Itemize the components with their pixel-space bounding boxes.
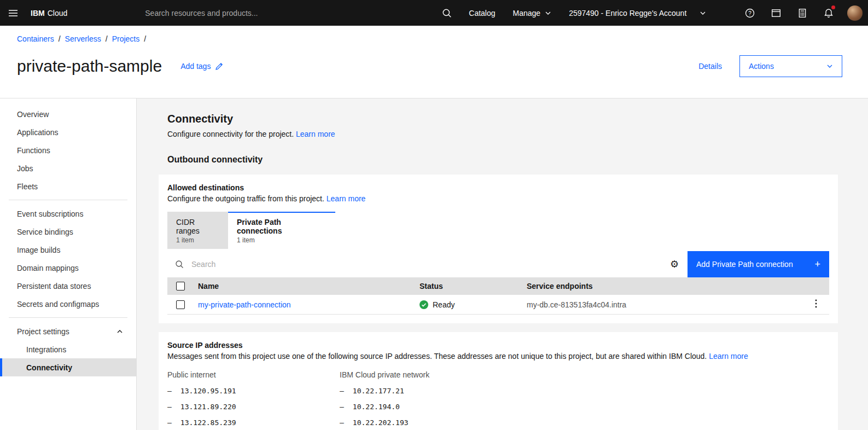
sidebar-item-applications[interactable]: Applications — [0, 123, 136, 141]
table-search — [167, 251, 661, 277]
ip-value: 13.122.85.239 — [180, 419, 236, 427]
chevron-down-icon — [826, 63, 833, 69]
actions-label: Actions — [749, 62, 774, 71]
sidebar-item-connectivity[interactable]: Connectivity — [0, 358, 136, 376]
tab-private-path-connections[interactable]: Private Path connections 1 item — [228, 212, 335, 249]
breadcrumb-link-serverless[interactable]: Serverless — [65, 34, 101, 43]
sidebar-item-image-builds[interactable]: Image builds — [0, 241, 136, 259]
learn-more-link[interactable]: Learn more — [327, 194, 366, 203]
breadcrumb-link-containers[interactable]: Containers — [17, 34, 54, 43]
destination-tabs: CIDR ranges 1 item Private Path connecti… — [167, 212, 829, 249]
feedback-window-icon — [771, 8, 781, 18]
header-actions: Details Actions — [698, 55, 842, 77]
card-description: Messages sent from this project use one … — [167, 352, 829, 361]
sidebar-item-jobs[interactable]: Jobs — [0, 159, 136, 177]
table-search-input[interactable] — [190, 259, 661, 269]
column-header-endpoints: Service endpoints — [522, 282, 803, 290]
ip-dash: – — [167, 387, 172, 395]
column-header-name: Name — [194, 282, 415, 290]
source-ip-addresses-card: Source IP addresses Messages sent from t… — [159, 332, 838, 430]
table-settings-button[interactable]: ⚙ — [661, 251, 688, 277]
hamburger-menu-button[interactable] — [0, 0, 26, 26]
ip-row: –10.22.202.193 — [340, 419, 512, 427]
breadcrumb-separator: / — [59, 34, 61, 43]
ip-row: –10.22.177.21 — [340, 387, 512, 395]
table-row: my-private-path-connection Ready my-db.c… — [167, 295, 829, 315]
breadcrumb-separator: / — [144, 34, 146, 43]
main-content: Connectivity Configure connectivity for … — [137, 98, 868, 430]
sidebar-divider — [9, 200, 127, 200]
feedback-button[interactable] — [763, 0, 789, 26]
account-menu[interactable]: 2597490 - Enrico Regge's Account — [560, 0, 715, 26]
card-title: Allowed destinations — [167, 183, 829, 192]
overflow-menu-icon — [815, 299, 817, 308]
sidebar-item-overview[interactable]: Overview — [0, 105, 136, 123]
breadcrumb-link-projects[interactable]: Projects — [112, 34, 140, 43]
cost-estimator-button[interactable] — [789, 0, 815, 26]
manage-menu[interactable]: Manage — [504, 0, 561, 26]
tab-count: 1 item — [176, 237, 219, 244]
gear-icon: ⚙ — [670, 258, 679, 270]
select-all-checkbox[interactable] — [176, 282, 185, 290]
row-overflow-menu-button[interactable] — [809, 296, 823, 313]
ip-dash: – — [340, 387, 344, 395]
sidebar: Overview Applications Functions Jobs Fle… — [0, 98, 137, 430]
select-all-cell — [167, 282, 194, 290]
plus-icon: + — [814, 259, 820, 269]
sidebar-item-functions[interactable]: Functions — [0, 141, 136, 159]
sidebar-item-project-settings[interactable]: Project settings — [0, 322, 136, 340]
hamburger-icon — [8, 8, 19, 19]
header-icon-actions: ? — [737, 0, 868, 26]
help-button[interactable]: ? — [737, 0, 763, 26]
account-label: 2597490 - Enrico Regge's Account — [569, 9, 686, 18]
sidebar-item-event-subscriptions[interactable]: Event subscriptions — [0, 205, 136, 223]
sidebar-item-secrets-and-configmaps[interactable]: Secrets and configmaps — [0, 295, 136, 313]
actions-dropdown-button[interactable]: Actions — [739, 55, 842, 77]
row-checkbox-cell — [167, 300, 194, 309]
learn-more-link[interactable]: Learn more — [709, 352, 748, 361]
catalog-link[interactable]: Catalog — [460, 0, 504, 26]
user-avatar — [847, 5, 863, 21]
ip-dash: – — [340, 403, 344, 411]
sidebar-item-integrations[interactable]: Integrations — [0, 340, 136, 358]
learn-more-link[interactable]: Learn more — [296, 130, 335, 138]
add-tags-link[interactable]: Add tags — [180, 62, 224, 71]
global-search-input[interactable] — [141, 8, 434, 18]
notifications-button[interactable] — [815, 0, 842, 26]
breadcrumb-separator: / — [106, 34, 108, 43]
row-checkbox[interactable] — [176, 300, 185, 309]
ip-columns: Public internet –13.120.95.191 –13.121.8… — [167, 370, 829, 427]
ip-dash: – — [340, 419, 344, 427]
project-settings-label: Project settings — [17, 327, 69, 336]
sidebar-item-persistent-data-stores[interactable]: Persistent data stores — [0, 277, 136, 295]
details-link[interactable]: Details — [698, 62, 722, 71]
status-ready-icon — [420, 300, 428, 309]
add-private-path-connection-button[interactable]: Add Private Path connection + — [688, 251, 829, 277]
sidebar-item-fleets[interactable]: Fleets — [0, 177, 136, 195]
ip-dash: – — [167, 403, 172, 411]
logo-ibm-text: IBM — [31, 9, 45, 18]
ip-row: –13.121.89.220 — [167, 403, 340, 411]
calculator-icon — [797, 8, 807, 18]
ip-row: –10.22.194.0 — [340, 403, 512, 411]
search-icon — [175, 260, 184, 269]
edit-pencil-icon — [215, 62, 224, 71]
sidebar-divider — [9, 317, 127, 318]
sidebar-item-domain-mappings[interactable]: Domain mappings — [0, 259, 136, 277]
tab-count: 1 item — [237, 237, 327, 244]
public-internet-column: Public internet –13.120.95.191 –13.121.8… — [167, 370, 340, 427]
ip-value: 10.22.194.0 — [353, 403, 400, 411]
tab-cidr-ranges[interactable]: CIDR ranges 1 item — [167, 212, 228, 249]
chevron-up-icon — [116, 328, 123, 335]
global-search-button[interactable] — [434, 0, 460, 26]
card-subtitle-text: Configure the outgoing traffic from this… — [167, 194, 324, 203]
sidebar-item-service-bindings[interactable]: Service bindings — [0, 223, 136, 241]
ibm-cloud-logo[interactable]: IBM Cloud — [26, 9, 72, 18]
catalog-label: Catalog — [469, 9, 495, 18]
avatar-button[interactable] — [842, 0, 868, 26]
add-button-label: Add Private Path connection — [696, 260, 793, 269]
global-search — [141, 0, 460, 26]
table-header-row: Name Status Service endpoints — [167, 277, 829, 295]
connection-name-link[interactable]: my-private-path-connection — [198, 300, 291, 309]
table-toolbar: ⚙ Add Private Path connection + — [167, 251, 829, 277]
